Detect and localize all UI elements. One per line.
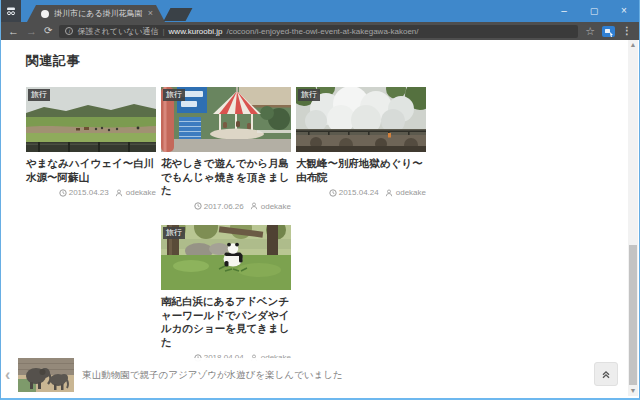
card-meta: 2015.04.24 odekake xyxy=(296,188,426,197)
related-cards-row-1: 旅行 やまなみハイウェイ〜白川水源〜阿蘇山 2015.04.23 odekake xyxy=(26,87,614,211)
card-author: odekake xyxy=(261,202,291,211)
tab-close-icon[interactable]: × xyxy=(148,9,153,18)
menu-icon[interactable]: ⋮ xyxy=(622,26,632,36)
user-icon xyxy=(115,189,123,197)
window-controls: – ▢ × xyxy=(549,0,639,22)
app-logo-icon xyxy=(1,0,21,22)
related-card[interactable]: 旅行 南紀白浜にあるアドベンチャーワールドでパンダやイルカのショーを見てきました… xyxy=(161,225,291,363)
minimize-button[interactable]: – xyxy=(549,0,579,22)
card-author: odekake xyxy=(396,188,426,197)
browser-toolbar: ← → ⟳ i 保護されていない通信 | www.kuroobi.jp/coco… xyxy=(1,22,639,40)
url-bar[interactable]: i 保護されていない通信 | www.kuroobi.jp/cocoon/i-e… xyxy=(59,25,578,38)
prev-post-image-elephants xyxy=(18,358,74,392)
card-meta: 2017.06.26 odekake xyxy=(161,202,291,211)
card-title[interactable]: 南紀白浜にあるアドベンチャーワールドでパンダやイルカのショーを見てきました xyxy=(161,295,291,350)
double-chevron-up-icon xyxy=(600,368,612,380)
clock-icon xyxy=(59,189,67,197)
card-date: 2017.06.26 xyxy=(204,202,244,211)
card-date: 2015.04.23 xyxy=(69,188,109,197)
url-separator: | xyxy=(163,27,165,36)
scrollbar-thumb[interactable] xyxy=(629,245,637,385)
chevron-left-icon: ‹ xyxy=(5,367,10,383)
tab-title: 掛川市にある掛川花鳥園で xyxy=(54,8,143,19)
clock-icon xyxy=(194,202,202,210)
tab-favicon xyxy=(41,10,49,18)
category-badge: 旅行 xyxy=(28,89,50,101)
previous-post-nav[interactable]: ‹ 東山動物園で親子のアジアゾウが水遊 xyxy=(2,358,628,392)
extension-icon[interactable] xyxy=(602,26,615,37)
user-icon xyxy=(385,189,393,197)
scroll-to-top-button[interactable] xyxy=(594,362,618,386)
browser-tab[interactable]: 掛川市にある掛川花鳥園で × xyxy=(27,5,165,22)
card-title[interactable]: 花やしきで遊んでから月島でもんじゃ焼きを頂きました xyxy=(161,157,291,198)
card-image-aso-meadow[interactable]: 旅行 xyxy=(26,87,156,152)
clock-icon xyxy=(329,189,337,197)
bookmark-star-icon[interactable]: ☆ xyxy=(585,26,595,37)
title-bar: 掛川市にある掛川花鳥園で × – ▢ × xyxy=(1,0,639,22)
category-badge: 旅行 xyxy=(163,89,185,101)
close-button[interactable]: × xyxy=(609,0,639,22)
info-icon[interactable]: i xyxy=(65,27,73,35)
related-card[interactable]: 旅行 やまなみハイウェイ〜白川水源〜阿蘇山 2015.04.23 odekake xyxy=(26,87,156,211)
security-label: 保護されていない通信 xyxy=(77,26,158,37)
card-author: odekake xyxy=(126,188,156,197)
card-image-panda[interactable]: 旅行 xyxy=(161,225,291,290)
related-cards-row-2: 旅行 南紀白浜にあるアドベンチャーワールドでパンダやイルカのショーを見てきました… xyxy=(161,225,614,363)
related-card[interactable]: 旅行 花やしきで遊んでから月島でもんじゃ焼きを頂きました 2017.06.26 … xyxy=(161,87,291,211)
card-image-hanayashiki-park[interactable]: 旅行 xyxy=(161,87,291,152)
related-card[interactable]: 旅行 大観峰〜別府地獄めぐり〜由布院 2015.04.24 odekake xyxy=(296,87,426,211)
card-meta: 2015.04.23 odekake xyxy=(26,188,156,197)
scrollbar-down-arrow-icon[interactable]: ▼ xyxy=(628,386,638,396)
scrollbar-up-arrow-icon[interactable]: ▲ xyxy=(628,40,638,50)
card-date: 2015.04.24 xyxy=(339,188,379,197)
card-image-beppu-steam[interactable]: 旅行 xyxy=(296,87,426,152)
maximize-button[interactable]: ▢ xyxy=(579,0,609,22)
related-articles-heading: 関連記事 xyxy=(26,52,614,70)
prev-post-title[interactable]: 東山動物園で親子のアジアゾウが水遊びを楽しんでいました xyxy=(82,369,342,382)
back-icon[interactable]: ← xyxy=(8,26,19,37)
browser-window: 掛川市にある掛川花鳥園で × – ▢ × ← → ⟳ i 保護されていない通信 … xyxy=(0,0,640,400)
user-icon xyxy=(250,202,258,210)
category-badge: 旅行 xyxy=(163,227,185,239)
reload-icon[interactable]: ⟳ xyxy=(44,26,52,36)
vertical-scrollbar[interactable]: ▲ ▼ xyxy=(628,40,638,396)
card-title[interactable]: やまなみハイウェイ〜白川水源〜阿蘇山 xyxy=(26,157,156,184)
category-badge: 旅行 xyxy=(298,89,320,101)
new-tab-button[interactable] xyxy=(164,8,193,21)
forward-icon[interactable]: → xyxy=(26,26,37,37)
url-domain: www.kuroobi.jp xyxy=(169,27,223,36)
page-content: 関連記事 xyxy=(2,40,638,396)
url-path: /cocoon/i-enjoyed-the-owl-event-at-kakeg… xyxy=(226,27,418,36)
card-title[interactable]: 大観峰〜別府地獄めぐり〜由布院 xyxy=(296,157,426,184)
